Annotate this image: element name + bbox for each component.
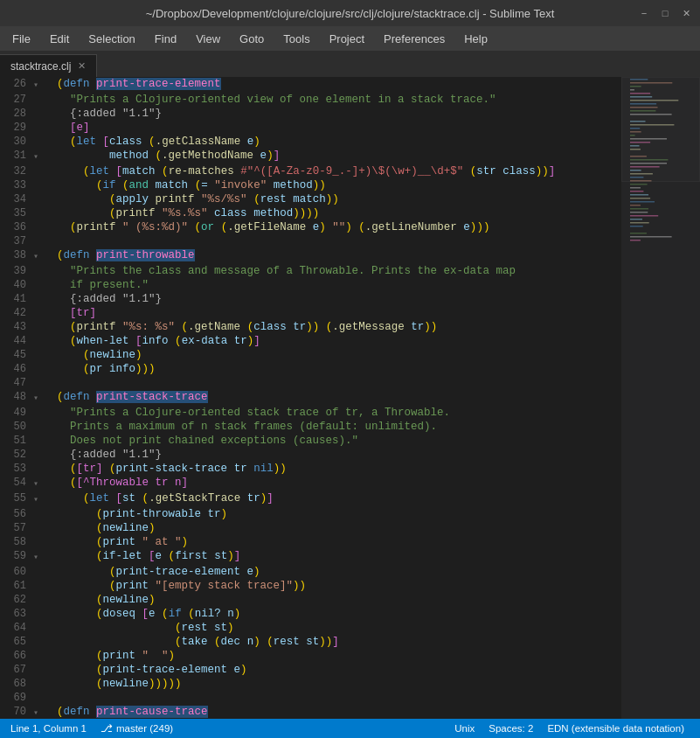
line-number: 60: [0, 565, 33, 579]
line-number: 35: [0, 206, 33, 220]
tab-close-button[interactable]: ✕: [78, 60, 86, 72]
code-line-66: 66 (print " "): [0, 649, 621, 663]
line-number: 36: [0, 220, 33, 234]
menu-item-find[interactable]: Find: [146, 29, 185, 49]
fold-arrow: [33, 234, 44, 236]
line-content: ([^Throwable tr n]: [44, 476, 188, 490]
code-line-42: 42 [tr]: [0, 306, 621, 320]
fold-arrow[interactable]: ▾: [33, 705, 44, 719]
minimize-button[interactable]: −: [637, 6, 651, 20]
fold-arrow: [33, 507, 44, 509]
line-number: 49: [0, 406, 33, 420]
line-number: 68: [0, 677, 33, 691]
line-content: [e]: [44, 121, 90, 135]
code-line-32: 32 (let [match (re-matches #"^([A-Za-z0-…: [0, 164, 621, 178]
line-content: method (.getMethodName e)]: [44, 149, 280, 163]
fold-arrow[interactable]: ▾: [33, 149, 44, 164]
menu-item-file[interactable]: File: [3, 29, 39, 49]
line-content: "Prints the class and message of a Throw…: [44, 264, 516, 278]
fold-arrow: [33, 306, 44, 308]
file-tab[interactable]: stacktrace.clj ✕: [0, 54, 97, 77]
line-content: (print-throwable tr): [44, 507, 227, 521]
line-number: 55: [0, 491, 33, 505]
close-button[interactable]: ✕: [679, 6, 693, 20]
line-content: ([tr] (print-stack-trace tr nil)): [44, 462, 287, 476]
status-indentation[interactable]: Spaces: 2: [482, 723, 540, 734]
code-line-59: 59▾ (if-let [e (first st)]: [0, 549, 621, 565]
fold-arrow: [33, 135, 44, 136]
line-content: (newline): [44, 521, 156, 535]
line-content: (pr info))): [44, 362, 156, 376]
status-line-ending[interactable]: Unix: [453, 723, 482, 734]
line-content: Does not print chained exceptions (cause…: [44, 434, 358, 448]
code-line-54: 54▾ ([^Throwable tr n]: [0, 476, 621, 491]
line-content: Prints a maximum of n stack frames (defa…: [44, 420, 437, 434]
fold-arrow[interactable]: ▾: [33, 549, 44, 565]
line-number: 57: [0, 521, 33, 535]
line-number: 50: [0, 420, 33, 434]
status-bar: Line 1, Column 1 master (249) Unix Space…: [0, 719, 700, 738]
line-ending-text: Unix: [454, 723, 475, 734]
fold-arrow: [33, 107, 44, 108]
fold-arrow: [33, 264, 44, 266]
status-position[interactable]: Line 1, Column 1: [9, 719, 94, 738]
line-content: (let [match (re-matches #"^([A-Za-z0-9_.…: [44, 164, 555, 178]
code-line-48: 48▾ (defn print-stack-trace: [0, 390, 621, 406]
fold-arrow: [33, 121, 44, 122]
code-line-69: 69: [0, 691, 621, 705]
code-line-63: 63 (doseq [e (if (nil? n): [0, 607, 621, 621]
line-content: (printf "%s: %s" (.getName (class tr)) (…: [44, 320, 437, 334]
line-number: 29: [0, 121, 33, 135]
fold-arrow: [33, 292, 44, 294]
line-number: 43: [0, 320, 33, 334]
fold-arrow[interactable]: ▾: [33, 390, 44, 406]
line-number: 30: [0, 135, 33, 149]
code-line-52: 52 {:added "1.1"}: [0, 448, 621, 462]
code-panel[interactable]: 26▾ (defn print-trace-element27 "Prints …: [0, 77, 621, 719]
indentation-text: Spaces: 2: [489, 723, 533, 734]
line-number: 28: [0, 107, 33, 121]
code-line-51: 51 Does not print chained exceptions (ca…: [0, 434, 621, 448]
menu-item-selection[interactable]: Selection: [80, 29, 143, 49]
line-content: (print-trace-element e): [44, 663, 247, 677]
status-syntax[interactable]: EDN (extensible data notation): [540, 723, 691, 734]
fold-arrow: [33, 334, 44, 336]
fold-arrow[interactable]: ▾: [33, 77, 44, 93]
fold-arrow[interactable]: ▾: [33, 248, 44, 264]
window-title: ~/Dropbox/Development/clojure/clojure/sr…: [146, 7, 555, 20]
menu-item-help[interactable]: Help: [455, 29, 496, 49]
line-content: (newline))))): [44, 677, 182, 691]
status-branch[interactable]: master (249): [94, 719, 180, 738]
code-line-57: 57 (newline): [0, 521, 621, 535]
branch-icon: [100, 722, 113, 735]
line-content: (doseq [e (if (nil? n): [44, 607, 240, 621]
code-line-30: 30 (let [class (.getClassName e): [0, 135, 621, 149]
minimap[interactable]: [621, 77, 700, 719]
fold-arrow[interactable]: ▾: [33, 476, 44, 491]
minimap-canvas: [621, 77, 700, 719]
fold-arrow: [33, 406, 44, 407]
code-line-36: 36 (printf " (%s:%d)" (or (.getFileName …: [0, 220, 621, 234]
line-content: (apply printf "%s/%s" (rest match)): [44, 192, 339, 206]
menu-item-project[interactable]: Project: [321, 29, 373, 49]
line-number: 27: [0, 93, 33, 107]
menu-item-view[interactable]: View: [187, 29, 229, 49]
line-number: 41: [0, 292, 33, 306]
code-line-70: 70▾ (defn print-cause-trace: [0, 705, 621, 719]
window-controls[interactable]: − □ ✕: [637, 6, 693, 20]
code-line-39: 39 "Prints the class and message of a Th…: [0, 264, 621, 278]
fold-arrow[interactable]: ▾: [33, 491, 44, 507]
line-number: 37: [0, 234, 33, 248]
menu-item-tools[interactable]: Tools: [274, 29, 318, 49]
fold-arrow: [33, 621, 44, 623]
menu-bar: FileEditSelectionFindViewGotoToolsProjec…: [0, 26, 700, 51]
line-number: 63: [0, 607, 33, 621]
line-content: "Prints a Clojure-oriented view of one e…: [44, 93, 496, 107]
menu-item-goto[interactable]: Goto: [231, 29, 273, 49]
line-content: (print " "): [44, 649, 175, 663]
line-content: [tr]: [44, 306, 96, 320]
menu-item-edit[interactable]: Edit: [41, 29, 78, 49]
menu-item-preferences[interactable]: Preferences: [375, 29, 454, 49]
code-line-50: 50 Prints a maximum of n stack frames (d…: [0, 420, 621, 434]
maximize-button[interactable]: □: [658, 6, 672, 20]
